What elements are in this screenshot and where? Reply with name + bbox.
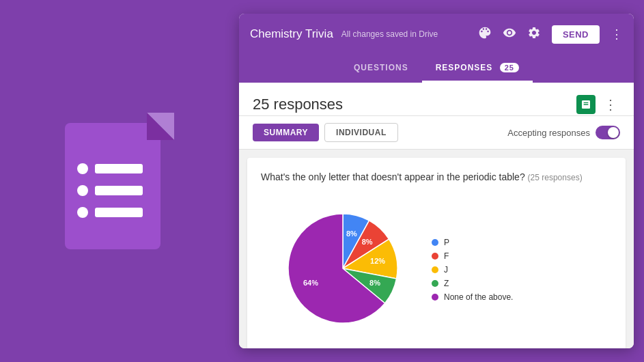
- forms-icon-row-3: [77, 207, 143, 218]
- question-text: What's the only letter that doesn't appe…: [261, 171, 612, 182]
- accepting-label: Accepting responses: [507, 128, 590, 138]
- legend-dot-none: [432, 294, 438, 301]
- legend-label-z: Z: [444, 279, 449, 288]
- more-options-icon[interactable]: ⋮: [611, 27, 623, 42]
- header-actions: ⋮: [576, 94, 620, 115]
- tab-questions[interactable]: QUESTIONS: [340, 55, 422, 83]
- form-title: Chemistry Trivia: [250, 27, 333, 41]
- accepting-toggle[interactable]: [596, 126, 620, 139]
- question-response-count: (25 responses): [528, 173, 583, 182]
- send-button[interactable]: SEND: [552, 25, 600, 44]
- forms-icon-row-1: [77, 163, 143, 174]
- legend-label-j: J: [444, 265, 448, 275]
- forms-icon-line-2: [95, 186, 143, 195]
- forms-icon-dot-3: [77, 207, 88, 218]
- question-card: What's the only letter that doesn't appe…: [247, 158, 626, 348]
- form-content: 25 responses ⋮ SUMMARY INDIVIDUAL Accept…: [239, 83, 634, 348]
- chart-area: 8%8%12%8%64% P F J: [261, 193, 612, 346]
- legend-label-none: None of the above.: [444, 292, 513, 302]
- settings-icon[interactable]: [527, 26, 541, 43]
- palette-icon[interactable]: [478, 26, 492, 43]
- forms-icon-dot-2: [77, 185, 88, 196]
- legend-dot-f: [432, 253, 438, 260]
- responses-count: 25 responses: [253, 96, 576, 113]
- pie-chart: 8%8%12%8%64%: [275, 200, 411, 339]
- card-more-icon[interactable]: ⋮: [601, 94, 620, 115]
- legend-dot-p: [432, 239, 438, 246]
- svg-text:8%: 8%: [362, 238, 373, 246]
- legend-label-p: P: [444, 238, 449, 247]
- legend-dot-j: [432, 266, 438, 273]
- accepting-responses: Accepting responses: [507, 126, 620, 139]
- form-tabs: QUESTIONS RESPONSES 25: [239, 55, 634, 83]
- legend-dot-z: [432, 280, 438, 287]
- individual-button[interactable]: INDIVIDUAL: [324, 123, 398, 142]
- forms-icon-line-1: [95, 164, 143, 173]
- header-icons: SEND ⋮: [478, 25, 623, 44]
- legend-item-none: None of the above.: [432, 292, 513, 302]
- form-header: Chemistry Trivia All changes saved in Dr…: [239, 14, 634, 55]
- forms-icon-dot-1: [77, 163, 88, 174]
- svg-text:64%: 64%: [303, 279, 318, 287]
- forms-icon-lines: [77, 163, 143, 229]
- chart-legend: P F J Z None: [432, 238, 513, 302]
- summary-button[interactable]: SUMMARY: [253, 124, 319, 141]
- forms-icon-line-3: [95, 208, 143, 217]
- legend-item-p: P: [432, 238, 513, 247]
- toggle-knob: [608, 127, 619, 138]
- svg-text:8%: 8%: [346, 229, 357, 238]
- legend-item-j: J: [432, 265, 513, 275]
- svg-text:8%: 8%: [369, 279, 380, 287]
- preview-icon[interactable]: [503, 26, 516, 43]
- right-panel: Chemistry Trivia All changes saved in Dr…: [239, 14, 634, 348]
- question-label: What's the only letter that doesn't appe…: [261, 171, 525, 182]
- responses-badge: 25: [500, 63, 519, 72]
- left-panel: [0, 0, 239, 362]
- tab-responses[interactable]: RESPONSES 25: [422, 55, 533, 83]
- form-saved: All changes saved in Drive: [341, 29, 470, 39]
- svg-text:12%: 12%: [370, 257, 385, 265]
- responses-header: 25 responses ⋮: [239, 83, 634, 116]
- legend-label-f: F: [444, 251, 449, 261]
- forms-icon-row-2: [77, 185, 143, 196]
- sheets-icon[interactable]: [576, 95, 596, 114]
- forms-icon: [65, 113, 174, 249]
- view-buttons: SUMMARY INDIVIDUAL Accepting responses: [239, 116, 634, 150]
- legend-item-z: Z: [432, 279, 513, 288]
- legend-item-f: F: [432, 251, 513, 261]
